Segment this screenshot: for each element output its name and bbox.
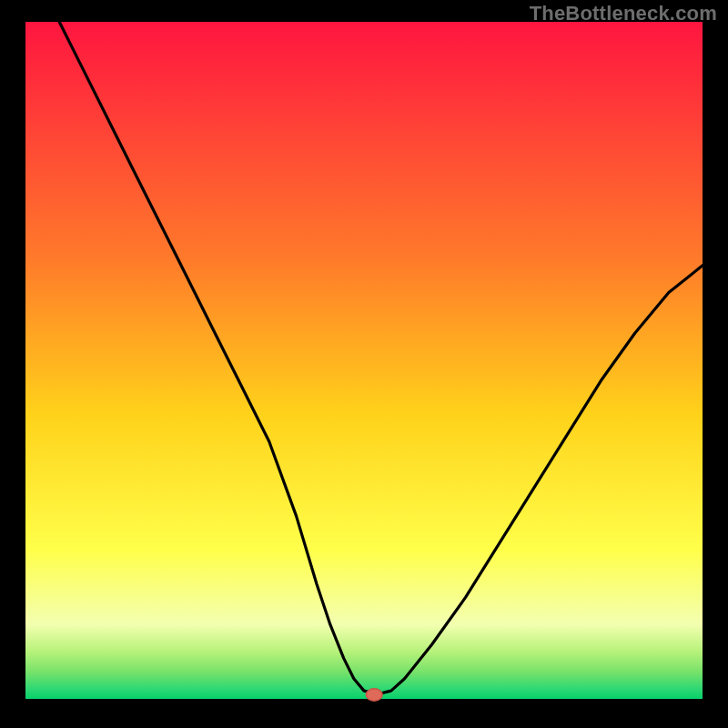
bottleneck-chart (0, 0, 728, 728)
plot-area (25, 22, 703, 699)
optimal-point-marker (366, 689, 382, 701)
watermark-text: TheBottleneck.com (530, 2, 717, 25)
chart-stage: TheBottleneck.com (0, 0, 728, 728)
